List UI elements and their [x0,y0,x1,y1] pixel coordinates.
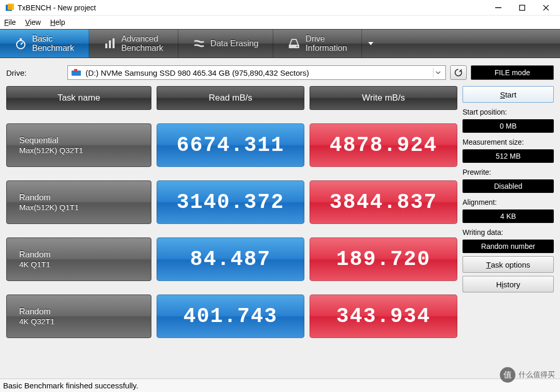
menubar: File View Help [0,16,560,29]
tab-label-l2: Benchmark [32,44,74,52]
read-value: 84.487 [157,237,304,281]
start-position-label: Start position: [463,108,554,116]
writing-data-value: Random number [463,240,554,253]
svg-rect-3 [520,5,525,10]
menu-help[interactable]: Help [50,18,65,26]
tab-advanced-benchmark[interactable]: AdvancedBenchmark [89,30,178,58]
header-read: Read mB/s [157,86,304,110]
close-button[interactable] [534,0,558,16]
tab-basic-benchmark[interactable]: BasicBenchmark [0,30,89,58]
read-value: 6674.311 [157,123,304,167]
write-value: 3844.837 [310,180,457,224]
drive-icon [288,37,300,50]
results-grid: Task name Read mB/s Write mB/s Sequentia… [6,86,457,338]
watermark-badge: 值 [500,367,515,383]
header-write: Write mB/s [310,86,457,110]
svg-rect-8 [109,40,111,48]
svg-line-6 [21,43,23,45]
bars-icon [104,37,116,50]
tab-drive-information[interactable]: DriveInformation [273,30,362,58]
svg-rect-7 [105,44,107,48]
app-icon [5,3,15,12]
refresh-button[interactable] [450,65,467,80]
stopwatch-icon [15,37,27,50]
task-options-button[interactable]: Task options [463,256,554,273]
write-value: 343.934 [310,295,457,338]
write-value: 189.720 [310,237,457,281]
menu-file[interactable]: File [4,18,16,26]
header-task: Task name [6,86,151,110]
svg-rect-1 [8,4,14,10]
drive-label: Drive: [6,68,63,77]
main-panel: Drive: (D:) NVMe Samsung SSD 980 465.34 … [0,58,560,379]
titlebar: TxBENCH - New project [0,0,560,16]
task-cell[interactable]: Random 4K Q1T1 [6,237,151,281]
minimize-button[interactable] [486,0,510,16]
read-value: 401.743 [157,295,304,338]
drive-select[interactable]: (D:) NVMe Samsung SSD 980 465.34 GB (975… [67,65,446,80]
measurement-size-label: Measurement size: [463,138,554,146]
svg-rect-5 [20,38,22,40]
status-bar: Basic Benchmark finished successfully. [0,379,560,392]
erase-icon [193,37,205,50]
measurement-size-value: 512 MB [463,149,554,163]
task-cell[interactable]: Random Max(512K) Q1T1 [6,180,151,224]
file-mode-button[interactable]: FILE mode [471,65,554,80]
alignment-value: 4 KB [463,209,554,223]
task-cell[interactable]: Random 4K Q32T1 [6,295,151,338]
read-value: 3140.372 [157,180,304,224]
drive-row: Drive: (D:) NVMe Samsung SSD 980 465.34 … [6,65,554,80]
write-value: 4878.924 [310,123,457,167]
window-title: TxBENCH - New project [18,4,96,12]
disk-icon [71,68,82,77]
task-cell[interactable]: Sequential Max(512K) Q32T1 [6,123,151,167]
menu-view[interactable]: View [25,18,41,26]
side-panel: Start Start position: 0 MB Measurement s… [463,86,554,338]
start-button[interactable]: Start [463,86,554,103]
tab-overflow[interactable] [362,30,380,58]
prewrite-label: Prewrite: [463,168,554,176]
drive-value: (D:) NVMe Samsung SSD 980 465.34 GB (975… [86,68,433,77]
svg-point-11 [297,46,298,47]
status-text: Basic Benchmark finished successfully. [3,381,138,390]
svg-rect-2 [495,7,501,8]
start-position-value: 0 MB [463,119,554,133]
writing-data-label: Writing data: [463,228,554,236]
svg-rect-13 [74,69,77,72]
watermark-text: 什么值得买 [519,370,555,380]
prewrite-value: Disabled [463,179,554,193]
tab-label-l1: Basic [32,34,52,43]
alignment-label: Alignment: [463,198,554,206]
tab-data-erasing[interactable]: Data Erasing [178,30,274,58]
toolbar: BasicBenchmark AdvancedBenchmark Data Er… [0,29,560,58]
history-button[interactable]: History [463,276,554,292]
svg-rect-9 [113,38,115,48]
chevron-down-icon [433,68,442,77]
maximize-button[interactable] [510,0,534,16]
watermark: 值 什么值得买 [500,367,555,383]
